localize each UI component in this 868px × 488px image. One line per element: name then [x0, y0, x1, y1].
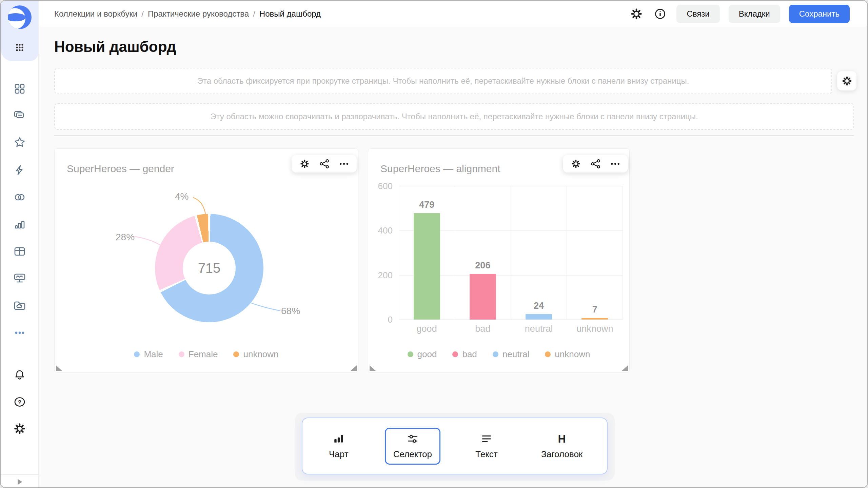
apps-grid-icon[interactable] [13, 41, 26, 54]
legend-item-unknown[interactable]: unknown [545, 349, 590, 360]
slice-label-female: 28% [116, 232, 135, 243]
legend-label: Male [144, 349, 163, 360]
breadcrumb-separator: / [141, 9, 144, 19]
widget-card-alignment[interactable]: SuperHeroes — alignment [368, 148, 630, 373]
sliders-icon [407, 433, 419, 445]
widget-more-icon[interactable] [338, 158, 349, 169]
breadcrumb-collections[interactable]: Коллекции и воркбуки [54, 9, 137, 19]
bar-value-label: 24 [534, 301, 544, 311]
donut-total-label: 715 [198, 261, 221, 276]
panel-item-text[interactable]: Текст [466, 428, 507, 465]
resize-handle-bottom-left[interactable] [56, 365, 62, 371]
slice-label-male: 68% [281, 306, 300, 317]
breadcrumb-current: Новый дашборд [259, 9, 321, 19]
datalens-logo[interactable] [7, 5, 32, 29]
collapsible-area-placeholder[interactable]: Эту область можно сворачивать и разворач… [54, 103, 854, 130]
save-button[interactable]: Сохранить [789, 5, 850, 23]
sidebar-item-favorites[interactable] [13, 136, 26, 149]
legend-dot [179, 351, 184, 357]
breadcrumb-workbook[interactable]: Практические руководства [148, 9, 249, 19]
bar-value-label: 7 [592, 304, 597, 315]
dashboard-canvas: Новый дашборд Эта область фиксируется пр… [39, 27, 867, 487]
legend-item-bad[interactable]: bad [452, 349, 477, 360]
sidebar-item-tables[interactable] [13, 245, 26, 258]
legend-item-good[interactable]: good [408, 349, 437, 360]
legend-item-female[interactable]: Female [179, 349, 218, 360]
widget-links-icon[interactable] [319, 158, 330, 169]
widget-settings-gear-icon[interactable] [570, 158, 581, 169]
sidebar-item-monitoring[interactable] [13, 271, 26, 285]
legend-dot [452, 351, 458, 357]
bar-bad[interactable] [470, 274, 496, 320]
panel-item-heading[interactable]: H Заголовок [533, 428, 591, 465]
edit-panel: Чарт Селектор [302, 418, 608, 474]
bar-good[interactable] [414, 213, 440, 320]
legend-label: unknown [243, 349, 278, 360]
sidebar-item-connections[interactable] [13, 163, 26, 177]
legend-label: good [417, 349, 437, 360]
legend-item-unknown[interactable]: unknown [233, 349, 278, 360]
relations-button[interactable]: Связи [676, 5, 719, 23]
widget-links-icon[interactable] [590, 158, 601, 169]
settings-gear-icon[interactable] [13, 422, 26, 435]
bar-column-bad[interactable]: 206 [455, 186, 511, 320]
sidebar-item-charts[interactable] [13, 218, 26, 231]
bell-icon[interactable] [13, 368, 26, 382]
sidebar-item-storage[interactable] [13, 299, 26, 312]
bar-value-label: 479 [419, 200, 434, 210]
widget-more-icon[interactable] [610, 158, 620, 169]
panel-item-selector[interactable]: Селектор [385, 428, 440, 465]
widget-title: SuperHeroes — alignment [380, 163, 500, 175]
widget-card-gender[interactable]: SuperHeroes — gender [54, 148, 358, 373]
legend: Male Female unknown [55, 349, 358, 360]
info-icon[interactable] [653, 6, 668, 21]
page-title: Новый дашборд [54, 38, 176, 55]
widget-title: SuperHeroes — gender [67, 163, 174, 175]
sidebar-item-datasets[interactable] [13, 190, 26, 204]
sidebar: ? [1, 1, 39, 488]
dashboard-settings-gear-icon[interactable] [629, 6, 644, 21]
bar-chart-icon [333, 433, 345, 445]
legend-dot [408, 351, 413, 357]
sidebar-item-collections[interactable] [13, 108, 26, 122]
breadcrumb: Коллекции и воркбуки / Практические руко… [54, 9, 321, 19]
y-tick: 600 [368, 181, 393, 191]
fixed-area-settings-button[interactable] [837, 71, 856, 90]
x-axis-labels: good bad neutral unknown [399, 324, 623, 334]
panel-item-label: Текст [475, 449, 497, 460]
bar-neutral[interactable] [526, 314, 552, 320]
sidebar-item-more[interactable] [13, 326, 26, 340]
donut-center: 715 [183, 242, 236, 294]
fixed-area-placeholder[interactable]: Эта область фиксируется при прокрутке ст… [54, 68, 832, 94]
legend-label: bad [462, 349, 477, 360]
legend-item-male[interactable]: Male [134, 349, 163, 360]
legend-label: neutral [502, 349, 530, 360]
widget-settings-gear-icon[interactable] [299, 158, 310, 169]
y-tick: 0 [368, 314, 393, 325]
gear-icon [841, 75, 853, 87]
bar-column-unknown[interactable]: 7 [567, 186, 623, 320]
app-window: ? Коллекции и воркбуки / [0, 0, 868, 488]
widget-toolbar [563, 155, 628, 172]
bar-column-good[interactable]: 479 [399, 186, 455, 320]
panel-item-label: Чарт [329, 449, 349, 460]
x-category: neutral [511, 324, 567, 334]
resize-handle-bottom-left[interactable] [370, 365, 376, 371]
bar-unknown[interactable] [581, 318, 608, 320]
x-category: unknown [567, 324, 623, 334]
panel-item-label: Заголовок [541, 449, 583, 460]
collapsible-area-hint: Эту область можно сворачивать и разворач… [210, 112, 698, 121]
sidebar-item-tiles[interactable] [13, 82, 26, 96]
tabs-button[interactable]: Вкладки [729, 5, 780, 23]
top-header: Коллекции и воркбуки / Практические руко… [39, 1, 867, 27]
resize-handle-bottom-right[interactable] [350, 365, 357, 371]
bar-column-neutral[interactable]: 24 [511, 186, 567, 320]
resize-handle-bottom-right[interactable] [622, 365, 628, 371]
expand-panel-icon[interactable] [14, 476, 25, 488]
breadcrumb-separator: / [253, 9, 255, 19]
legend-item-neutral[interactable]: neutral [493, 349, 530, 360]
panel-item-label: Селектор [393, 449, 432, 460]
panel-item-chart[interactable]: Чарт [318, 428, 359, 465]
svg-text:?: ? [18, 399, 21, 406]
help-icon[interactable]: ? [13, 395, 26, 409]
